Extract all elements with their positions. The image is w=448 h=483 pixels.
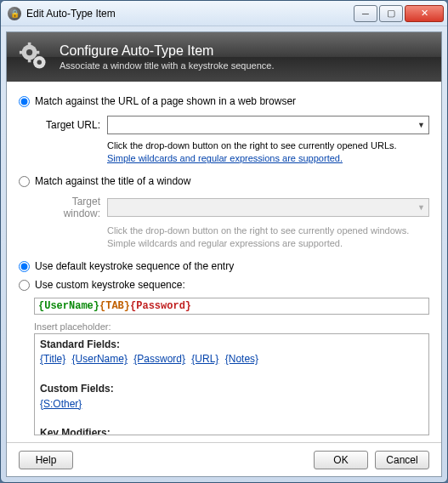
- chevron-down-icon: ▼: [417, 203, 425, 212]
- footer: Help OK Cancel: [7, 442, 441, 476]
- svg-rect-3: [28, 59, 31, 63]
- match-window-radio[interactable]: [19, 176, 30, 187]
- svg-rect-2: [28, 43, 31, 47]
- svg-point-7: [37, 60, 42, 65]
- url-hint: Click the drop-down button on the right …: [107, 139, 429, 166]
- placeholder-s-other[interactable]: {S:Other}: [40, 398, 82, 410]
- seq-username: {UserName}: [38, 300, 99, 312]
- key-modifiers-heading: Key Modifiers:: [40, 426, 423, 435]
- header-title: Configure Auto-Type Item: [60, 43, 275, 59]
- match-window-label: Match against the title of a window: [35, 175, 190, 187]
- placeholder-url[interactable]: {URL}: [191, 353, 218, 365]
- placeholder-title[interactable]: {Title}: [40, 353, 65, 365]
- url-hint-text: Click the drop-down button on the right …: [107, 140, 397, 151]
- placeholder-password[interactable]: {Password}: [133, 353, 185, 365]
- svg-rect-4: [20, 51, 24, 54]
- target-window-combo: ▼: [107, 198, 429, 217]
- window-hint-1: Click the drop-down button on the right …: [107, 225, 409, 236]
- target-url-combo[interactable]: ▼: [107, 116, 429, 134]
- target-url-label: Target URL:: [34, 119, 100, 131]
- match-url-label: Match against the URL of a page shown in…: [35, 95, 296, 107]
- svg-point-1: [26, 49, 32, 55]
- custom-seq-label: Use custom keystroke sequence:: [35, 279, 185, 291]
- gear-icon: [19, 42, 49, 72]
- default-seq-label: Use default keystroke sequence of the en…: [35, 260, 234, 272]
- minimize-button[interactable]: ─: [354, 5, 377, 22]
- header-subtitle: Associate a window title with a keystrok…: [60, 60, 275, 71]
- placeholder-username[interactable]: {UserName}: [72, 353, 128, 365]
- match-url-radio[interactable]: [19, 96, 30, 107]
- window-title: Edit Auto-Type Item: [26, 8, 354, 20]
- lock-icon: 🔒: [8, 7, 21, 20]
- chevron-down-icon: ▼: [417, 121, 425, 129]
- titlebar[interactable]: 🔒 Edit Auto-Type Item ─ ▢ ✕: [1, 1, 447, 26]
- close-button[interactable]: ✕: [405, 5, 444, 22]
- svg-rect-5: [36, 51, 40, 54]
- insert-placeholder-label: Insert placeholder:: [34, 321, 429, 332]
- body: Match against the URL of a page shown in…: [7, 82, 441, 442]
- content-pane: Configure Auto-Type Item Associate a win…: [6, 31, 442, 477]
- help-button[interactable]: Help: [19, 451, 73, 469]
- custom-seq-radio[interactable]: [19, 280, 30, 291]
- custom-fields-heading: Custom Fields:: [40, 382, 423, 396]
- header-banner: Configure Auto-Type Item Associate a win…: [7, 32, 441, 82]
- maximize-button[interactable]: ▢: [379, 5, 403, 22]
- seq-tab: {TAB}: [99, 300, 130, 312]
- custom-fields-links: {S:Other}: [40, 397, 423, 412]
- url-hint-link[interactable]: Simple wildcards and regular expressions…: [107, 153, 343, 163]
- keystroke-sequence-input[interactable]: {UserName}{TAB}{Password}: [34, 298, 429, 315]
- ok-button[interactable]: OK: [314, 451, 368, 469]
- window-hint: Click the drop-down button on the right …: [107, 224, 429, 251]
- seq-password: {Password}: [130, 300, 191, 312]
- standard-fields-heading: Standard Fields:: [40, 338, 423, 352]
- standard-fields-links: {Title} {UserName} {Password} {URL} {Not…: [40, 352, 423, 367]
- placeholder-notes[interactable]: {Notes}: [225, 353, 258, 365]
- dialog-window: 🔒 Edit Auto-Type Item ─ ▢ ✕: [0, 0, 448, 483]
- placeholder-list[interactable]: Standard Fields: {Title} {UserName} {Pas…: [34, 333, 429, 435]
- cancel-button[interactable]: Cancel: [375, 451, 429, 469]
- target-window-label: Target window:: [34, 196, 100, 219]
- default-seq-radio[interactable]: [19, 261, 30, 272]
- window-hint-2: Simple wildcards and regular expressions…: [107, 238, 343, 248]
